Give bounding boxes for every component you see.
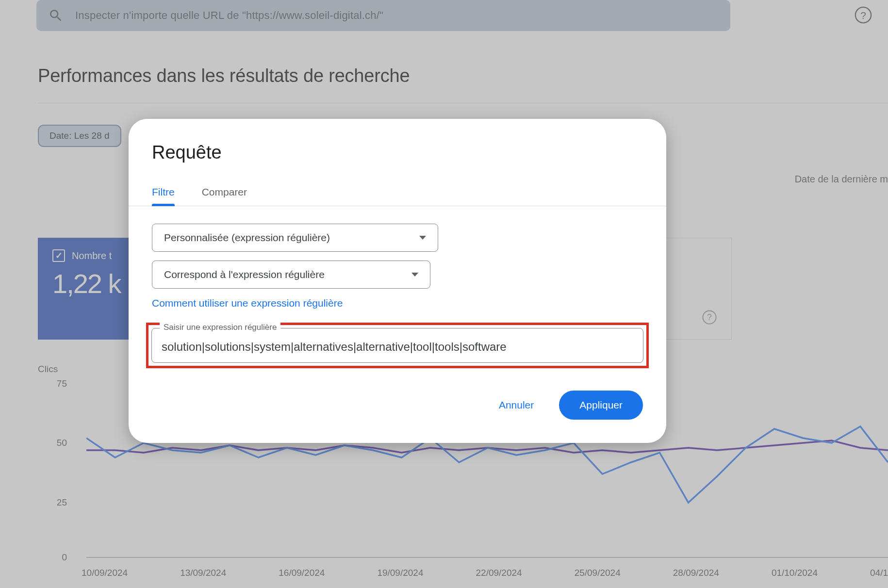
regex-help-link[interactable]: Comment utiliser une expression régulièr…: [152, 297, 643, 309]
chevron-down-icon: [419, 236, 426, 240]
regex-input-container: Saisir une expression régulière: [151, 328, 643, 363]
filter-type-dropdown[interactable]: Personnalisée (expression régulière): [152, 224, 438, 252]
modal-actions: Annuler Appliquer: [129, 386, 666, 443]
dropdown-label: Personnalisée (expression régulière): [164, 232, 330, 244]
match-type-dropdown[interactable]: Correspond à l'expression régulière: [152, 261, 430, 289]
tab-filter[interactable]: Filtre: [152, 186, 175, 206]
chevron-down-icon: [411, 273, 418, 277]
dropdown-label: Correspond à l'expression régulière: [164, 269, 325, 280]
modal-tabs: Filtre Comparer: [129, 163, 666, 206]
tab-compare[interactable]: Comparer: [202, 186, 247, 206]
regex-input[interactable]: [162, 340, 633, 354]
regex-input-highlight: Saisir une expression régulière: [146, 323, 649, 368]
modal-title: Requête: [129, 119, 666, 163]
cancel-button[interactable]: Annuler: [487, 393, 545, 417]
query-filter-modal: Requête Filtre Comparer Personnalisée (e…: [129, 119, 666, 443]
regex-input-label: Saisir une expression régulière: [160, 323, 280, 332]
apply-button[interactable]: Appliquer: [559, 391, 643, 420]
